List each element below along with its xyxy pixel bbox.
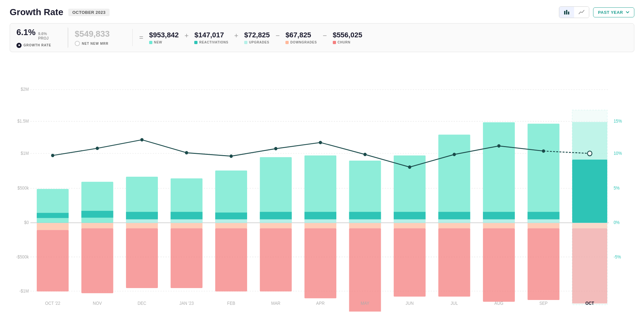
line-chart-button[interactable]: [574, 7, 589, 18]
svg-rect-57: [349, 212, 381, 219]
svg-rect-67: [438, 212, 470, 219]
svg-rect-68: [438, 219, 470, 223]
svg-rect-62: [394, 212, 426, 219]
svg-rect-55: [304, 228, 336, 298]
svg-rect-35: [126, 228, 158, 288]
svg-rect-24: [37, 213, 69, 218]
svg-text:10%: 10%: [614, 151, 622, 156]
svg-rect-50: [260, 228, 292, 291]
svg-text:OCT '22: OCT '22: [45, 301, 60, 306]
proj-label: PROJ: [38, 36, 49, 41]
svg-rect-78: [528, 219, 560, 223]
svg-text:15%: 15%: [614, 119, 622, 124]
churn-legend: CHURN: [333, 41, 351, 44]
bar-apr[interactable]: [304, 155, 336, 298]
svg-rect-54: [304, 223, 336, 228]
svg-rect-1: [566, 10, 567, 14]
bar-may[interactable]: [349, 161, 381, 312]
bar-jun[interactable]: [394, 155, 426, 296]
proj-value: 9.6%: [38, 32, 49, 36]
svg-rect-84: [572, 160, 607, 223]
growth-rate-radio[interactable]: [16, 43, 22, 48]
new-dot: [149, 41, 152, 44]
metrics-row: 6.1% 9.6% PROJ GROWTH RATE $549,833 NET …: [10, 23, 634, 52]
bar-dec[interactable]: [126, 177, 158, 288]
reactivations-label: REACTIVATIONS: [199, 41, 228, 44]
header-right: PAST YEAR: [559, 6, 634, 18]
radio-inner: [18, 44, 20, 46]
svg-text:OCT: OCT: [585, 301, 594, 306]
svg-rect-32: [126, 212, 158, 219]
svg-text:APR: APR: [316, 301, 324, 306]
svg-rect-45: [215, 228, 247, 291]
new-label: NEW: [154, 41, 162, 44]
formula-plus2: +: [234, 32, 238, 40]
bar-oct22[interactable]: [37, 189, 69, 291]
upgrades-value: $72,825: [244, 31, 270, 39]
svg-text:$2M: $2M: [21, 87, 29, 92]
svg-rect-76: [528, 124, 560, 223]
period-selector[interactable]: PAST YEAR: [593, 7, 634, 17]
chart-area: $2M $1.5M $1M $500k $0 -$500k -$1M 15% 1…: [10, 55, 634, 312]
bar-jul[interactable]: [438, 135, 470, 296]
page: Growth Rate OCTOBER 2023: [0, 0, 644, 318]
svg-rect-82: [572, 223, 607, 228]
new-legend: NEW: [149, 41, 162, 44]
downgrades-legend: DOWNGRADES: [285, 41, 317, 44]
upgrades-legend: UPGRADES: [244, 41, 269, 44]
formula-churn: $556,025 CHURN: [333, 31, 362, 44]
svg-rect-30: [82, 228, 113, 293]
svg-rect-65: [394, 228, 426, 296]
bar-aug[interactable]: [483, 122, 515, 302]
growth-rate-value-row: 6.1% 9.6% PROJ: [16, 27, 61, 41]
net-new-mrr-radio[interactable]: [75, 41, 80, 46]
growth-rate-projection: 9.6% PROJ: [38, 32, 49, 41]
churn-dot: [333, 41, 336, 44]
point-jul: [453, 153, 456, 156]
svg-rect-73: [483, 219, 515, 223]
bar-chart-button[interactable]: [559, 7, 574, 18]
downgrades-label: DOWNGRADES: [290, 41, 317, 44]
point-oct22: [51, 154, 54, 157]
downgrades-value: $67,825: [285, 31, 311, 39]
svg-rect-60: [349, 228, 381, 312]
svg-rect-43: [215, 219, 247, 223]
point-mar: [274, 147, 277, 150]
bar-mar[interactable]: [260, 157, 292, 291]
net-new-mrr-label: NET NEW MRR: [82, 42, 109, 45]
header: Growth Rate OCTOBER 2023: [10, 6, 634, 18]
svg-rect-28: [82, 211, 113, 218]
formula-row: = $953,842 NEW + $147,017 REACTIVATIONS …: [133, 31, 628, 44]
formula-equals: =: [139, 33, 143, 42]
bar-feb[interactable]: [215, 171, 247, 292]
period-label: PAST YEAR: [598, 10, 623, 15]
svg-text:0%: 0%: [614, 220, 620, 225]
svg-rect-79: [528, 223, 560, 228]
svg-text:$1M: $1M: [21, 151, 29, 156]
svg-text:FEB: FEB: [227, 301, 235, 306]
bar-jan23[interactable]: [171, 178, 203, 288]
point-dec: [140, 138, 144, 142]
reactivations-legend: REACTIVATIONS: [194, 41, 228, 44]
bar-nov[interactable]: [82, 182, 113, 293]
svg-rect-2: [568, 12, 569, 14]
formula-new: $953,842 NEW: [149, 31, 179, 44]
svg-text:JAN '23: JAN '23: [179, 301, 194, 306]
svg-rect-48: [260, 219, 292, 223]
point-oct: [588, 151, 592, 156]
svg-text:MAR: MAR: [271, 301, 281, 306]
svg-rect-37: [171, 212, 203, 219]
svg-rect-34: [126, 223, 158, 228]
svg-rect-74: [483, 223, 515, 228]
svg-rect-83: [572, 228, 607, 304]
svg-rect-80: [528, 228, 560, 300]
churn-value: $556,025: [333, 31, 362, 39]
svg-text:NOV: NOV: [93, 301, 102, 306]
point-sep: [542, 149, 545, 153]
chart-container: $2M $1.5M $1M $500k $0 -$500k -$1M 15% 1…: [10, 55, 634, 312]
point-apr: [319, 141, 322, 144]
svg-rect-29: [82, 223, 113, 228]
formula-minus2: −: [323, 32, 327, 40]
svg-text:JUN: JUN: [406, 301, 414, 306]
chart-type-toggle: [559, 6, 589, 18]
